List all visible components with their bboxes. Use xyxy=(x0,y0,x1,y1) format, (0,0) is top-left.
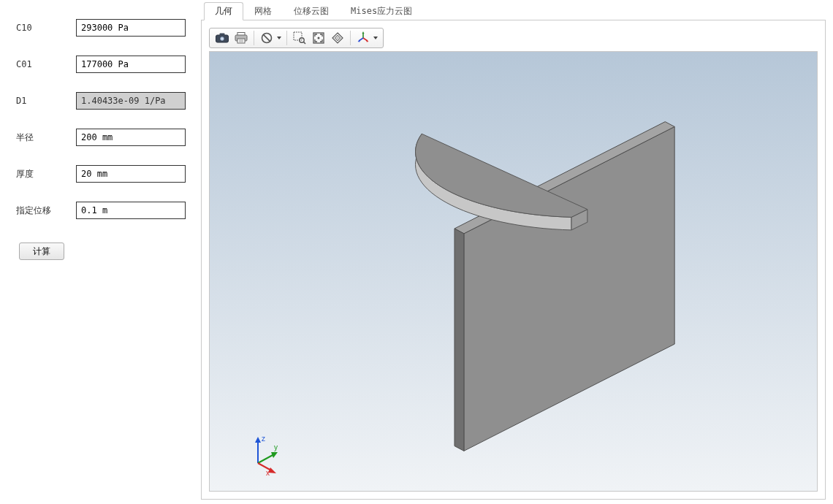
axes-icon[interactable] xyxy=(354,29,373,47)
param-label: 指定位移 xyxy=(16,205,76,217)
svg-marker-26 xyxy=(454,229,464,451)
param-input-c01[interactable] xyxy=(76,56,186,73)
app-root: C10 C01 D1 半径 厚度 指定位移 计算 几何 网格 位移云图 xyxy=(0,0,833,504)
param-input-radius[interactable] xyxy=(76,129,186,146)
svg-point-3 xyxy=(221,37,223,39)
axes-dropdown[interactable] xyxy=(371,29,380,47)
svg-text:y: y xyxy=(274,443,278,451)
tab-geometry[interactable]: 几何 xyxy=(204,2,243,20)
svg-rect-6 xyxy=(237,39,245,43)
param-label: C01 xyxy=(16,59,76,69)
tab-mesh[interactable]: 网格 xyxy=(243,2,283,20)
svg-marker-17 xyxy=(335,35,341,41)
svg-line-31 xyxy=(258,454,274,463)
geometry-scene xyxy=(210,52,817,491)
tab-displacement-plot[interactable]: 位移云图 xyxy=(283,2,340,20)
param-input-displacement[interactable] xyxy=(76,202,186,219)
rotate-icon[interactable] xyxy=(328,29,347,47)
svg-marker-29 xyxy=(255,437,261,443)
no-entry-icon[interactable] xyxy=(257,29,276,47)
param-row-c01: C01 xyxy=(16,56,195,73)
param-row-c10: C10 xyxy=(16,19,195,37)
param-row-thickness: 厚度 xyxy=(16,165,195,183)
viewer-panel: z y x xyxy=(201,20,826,500)
param-label: D1 xyxy=(16,96,76,106)
axes-triad: z y x xyxy=(242,432,286,476)
svg-marker-23 xyxy=(358,39,361,42)
param-label: 半径 xyxy=(16,131,76,144)
param-row-d1: D1 xyxy=(16,92,195,110)
results-area: 几何 网格 位移云图 Mises应力云图 xyxy=(201,4,833,500)
zoom-extents-icon[interactable] xyxy=(309,29,328,47)
param-input-c10[interactable] xyxy=(76,19,186,37)
param-row-radius: 半径 xyxy=(16,129,195,146)
param-input-thickness[interactable] xyxy=(76,165,186,183)
param-label: 厚度 xyxy=(16,168,76,180)
svg-rect-11 xyxy=(294,32,302,40)
param-label: C10 xyxy=(16,23,76,33)
svg-rect-1 xyxy=(220,34,225,37)
svg-line-13 xyxy=(303,42,305,44)
param-row-displacement: 指定位移 xyxy=(16,202,195,219)
tab-mises-plot[interactable]: Mises应力云图 xyxy=(340,2,423,20)
print-icon[interactable] xyxy=(232,29,251,47)
svg-text:x: x xyxy=(266,469,270,476)
svg-line-10 xyxy=(263,34,270,41)
viewer-toolbar xyxy=(209,28,384,48)
no-entry-dropdown[interactable] xyxy=(275,29,284,47)
toolbar-separator xyxy=(286,31,287,45)
parameter-panel: C10 C01 D1 半径 厚度 指定位移 计算 xyxy=(0,4,201,500)
svg-text:z: z xyxy=(262,435,265,443)
svg-marker-21 xyxy=(362,31,365,34)
viewport-3d[interactable]: z y x xyxy=(209,51,818,492)
svg-point-15 xyxy=(318,37,320,39)
toolbar-separator xyxy=(254,31,254,45)
svg-marker-22 xyxy=(366,39,369,42)
tab-bar: 几何 网格 位移云图 Mises应力云图 xyxy=(201,4,826,20)
toolbar-separator xyxy=(350,31,351,45)
screenshot-icon[interactable] xyxy=(213,29,232,47)
compute-button[interactable]: 计算 xyxy=(19,243,64,260)
param-input-d1 xyxy=(76,92,186,110)
zoom-box-icon[interactable] xyxy=(290,29,309,47)
